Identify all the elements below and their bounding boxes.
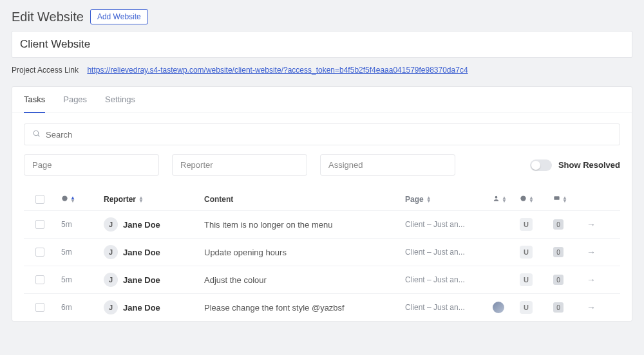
column-page[interactable]: Page ▲▼ [405,195,489,204]
row-reporter: J Jane Doe [104,273,200,287]
tab-pages[interactable]: Pages [63,95,87,113]
svg-point-3 [495,196,498,199]
row-status[interactable]: U [520,218,549,231]
avatar: J [104,300,118,314]
row-reporter: J Jane Doe [104,217,200,232]
row-checkbox[interactable] [35,303,44,312]
table-row[interactable]: 5m J Jane Doe Update opening hours Clien… [24,238,620,266]
row-page: Client – Just an... [405,220,489,229]
page-title: Edit Website [12,10,84,24]
column-content: Content [204,195,401,204]
row-time: 5m [61,275,100,284]
row-content: This item is no longer on the menu [204,220,401,230]
tabs: Tasks Pages Settings [12,87,632,113]
tab-tasks[interactable]: Tasks [24,95,45,113]
show-resolved-label: Show Resolved [558,160,620,170]
check-circle-icon [520,195,527,204]
row-checkbox[interactable] [35,275,44,284]
svg-point-4 [520,196,526,201]
row-comments[interactable]: 0 [553,275,583,286]
search-icon [32,129,41,140]
reporter-name: Jane Doe [123,248,160,257]
access-link-label: Project Access Link [12,66,79,75]
open-row-icon[interactable]: → [587,247,609,257]
row-comments[interactable]: 0 [553,247,583,258]
add-website-button[interactable]: Add Website [90,9,148,24]
clock-icon [61,195,68,204]
row-status[interactable]: U [520,301,549,314]
open-row-icon[interactable]: → [587,219,609,230]
row-comments[interactable]: 0 [553,302,583,313]
row-page: Client – Just an... [405,275,489,284]
show-resolved-toggle[interactable] [530,159,552,171]
row-page: Client – Just an... [405,248,489,257]
row-time: 5m [61,220,100,229]
person-icon [493,195,500,204]
access-link-url[interactable]: https://relievedray.s4-tastewp.com/websi… [87,66,468,75]
open-row-icon[interactable]: → [587,302,609,313]
svg-line-1 [38,135,39,136]
row-checkbox[interactable] [35,220,44,229]
column-status[interactable]: ▲▼ [520,195,549,204]
row-content: Update opening hours [204,248,401,257]
row-content: Please change the font style @yazbsf [204,303,401,313]
column-comments[interactable]: ▲▼ [553,195,583,204]
chat-icon [553,195,560,204]
avatar: J [104,245,118,259]
svg-point-0 [33,131,39,136]
website-name-field[interactable]: Client Website [12,31,632,58]
reporter-name: Jane Doe [123,220,160,230]
avatar: J [104,273,118,287]
row-status[interactable]: U [520,273,549,286]
table-row[interactable]: 5m J Jane Doe Adjust the colour Client –… [24,266,620,293]
row-status[interactable]: U [520,246,549,259]
row-comments[interactable]: 0 [553,219,583,230]
svg-rect-5 [554,196,559,200]
assigned-avatar [493,302,504,313]
row-page: Client – Just an... [405,303,489,312]
search-input[interactable] [46,130,612,140]
row-reporter: J Jane Doe [104,300,200,314]
table-row[interactable]: 5m J Jane Doe This item is no longer on … [24,210,620,238]
filter-page[interactable]: Page [24,154,159,176]
row-content: Adjust the colour [204,275,401,285]
reporter-name: Jane Doe [123,303,160,313]
row-reporter: J Jane Doe [104,245,200,259]
row-time: 6m [61,303,100,312]
column-reporter[interactable]: Reporter ▲▼ [104,195,200,204]
row-assigned [493,302,516,313]
avatar: J [104,217,118,232]
column-time[interactable]: ▲▼ [61,195,100,204]
row-time: 5m [61,248,100,257]
open-row-icon[interactable]: → [587,275,609,285]
svg-point-2 [62,196,67,201]
reporter-name: Jane Doe [123,275,160,285]
tab-settings[interactable]: Settings [105,95,135,113]
filter-assigned[interactable]: Assigned [320,154,455,176]
select-all-checkbox[interactable] [35,195,44,204]
table-row[interactable]: 6m J Jane Doe Please change the font sty… [24,293,620,321]
column-assigned[interactable]: ▲▼ [493,195,516,204]
filter-reporter[interactable]: Reporter [172,154,307,176]
row-checkbox[interactable] [35,248,44,257]
